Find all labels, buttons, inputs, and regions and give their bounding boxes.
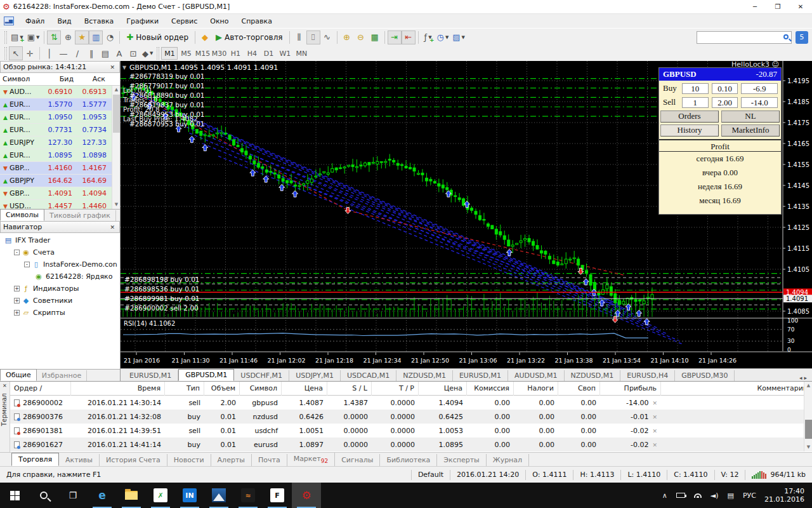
navigator-tab[interactable]: Общие: [0, 369, 37, 381]
new-chart-icon[interactable]: ▤+▼: [9, 30, 25, 44]
menu-4[interactable]: Сервис: [165, 15, 204, 27]
templates-icon[interactable]: ▨▼: [450, 30, 467, 44]
tree-expand-icon[interactable]: +: [14, 298, 20, 304]
taskbar-search-icon[interactable]: [29, 483, 58, 508]
file-explorer-icon[interactable]: [117, 483, 146, 508]
chart-shift-icon[interactable]: ⇤: [402, 30, 416, 44]
market-watch-tab-active[interactable]: Символы: [0, 209, 44, 221]
col-symbol[interactable]: Символ: [0, 73, 42, 85]
timeframe-H1[interactable]: H1: [227, 47, 244, 60]
chart-window[interactable]: RSI(14) 41.10621.41951.41851.41751.41651…: [121, 61, 812, 368]
cursor-icon[interactable]: ↖: [9, 46, 23, 60]
hand-icon[interactable]: ◆: [198, 30, 212, 44]
vertical-line-icon[interactable]: │: [43, 46, 56, 60]
chart-tab-10[interactable]: GBPUSD,M30: [675, 370, 735, 381]
terminal-col-9[interactable]: Комиссия: [467, 382, 514, 396]
market-watch-row[interactable]: ▲EUR... 1.5770 1.5777: [0, 98, 120, 111]
chart-tab-0[interactable]: EURUSD,M1: [123, 370, 178, 381]
close-order-icon[interactable]: ✕: [652, 400, 657, 406]
timeframe-M30[interactable]: M30: [211, 47, 227, 60]
navigator-icon[interactable]: ▥: [89, 30, 103, 44]
menu-2[interactable]: Вставка: [78, 15, 121, 27]
tile-windows-icon[interactable]: ▦: [368, 30, 382, 44]
terminal-col-5[interactable]: Цена: [282, 382, 327, 396]
terminal-col-1[interactable]: Время: [71, 382, 165, 396]
tree-item[interactable]: ▤ IFX Trader: [0, 234, 120, 246]
terminal-col-4[interactable]: Символ: [240, 382, 282, 396]
market-watch-row[interactable]: ▼GBP... 1.4160 1.4167: [0, 162, 120, 175]
chart-tab-9[interactable]: EURUSD,H4: [620, 370, 675, 381]
language-indicator[interactable]: РУС: [743, 491, 756, 500]
tree-expand-icon[interactable]: +: [14, 310, 20, 316]
market-watch-row[interactable]: ▲EURJPY 127.30 127.33: [0, 137, 120, 149]
menu-5[interactable]: Окно: [204, 15, 235, 27]
metatrader-icon[interactable]: ⚙: [292, 483, 321, 508]
crosshair-icon[interactable]: ✛: [23, 46, 37, 60]
chart-tab-1[interactable]: GBPUSD,M1: [178, 369, 234, 381]
chart-tab-3[interactable]: USDJPY,M1: [289, 370, 341, 381]
market-watch-row[interactable]: ▲EUR... 0.7731 0.7734: [0, 124, 120, 137]
wifi-icon[interactable]: [694, 493, 702, 498]
terminal-col-0[interactable]: Ордер ∕: [10, 382, 71, 396]
chart-app-icon[interactable]: [204, 483, 233, 508]
close-order-icon[interactable]: ✕: [652, 442, 657, 448]
ea-history-button[interactable]: History: [660, 124, 719, 137]
market-watch-row[interactable]: ▼USD... 1.4457 1.4460: [0, 200, 120, 209]
minimize-button[interactable]: ─: [743, 0, 766, 13]
chat-badge-button[interactable]: 5: [796, 31, 808, 44]
market-watch-icon[interactable]: ⇅: [47, 30, 61, 44]
close-button[interactable]: ✕: [789, 0, 812, 13]
text-icon[interactable]: A: [112, 46, 126, 60]
line-chart-icon[interactable]: ∿: [320, 30, 334, 44]
speaker-icon[interactable]: ◄): [710, 491, 719, 500]
battery-icon[interactable]: [676, 493, 685, 498]
tree-expand-icon[interactable]: -: [24, 262, 30, 267]
terminal-tab[interactable]: Сигналы: [335, 454, 380, 466]
linkedin-icon[interactable]: IN: [175, 483, 204, 508]
terminal-col-8[interactable]: Цена: [419, 382, 467, 396]
auto-scroll-icon[interactable]: ⇥: [388, 30, 402, 44]
terminal-col-13[interactable]: Комментарий: [661, 382, 812, 396]
zoom-in-icon[interactable]: ⊕: [340, 30, 354, 44]
market-watch-row[interactable]: ▼GBP... 1.4091 1.4094: [0, 187, 120, 200]
action-center-icon[interactable]: ▤: [728, 491, 734, 500]
wave-app-icon[interactable]: ≈: [233, 483, 263, 508]
taskbar-clock[interactable]: 17:4021.01.2016: [764, 487, 804, 504]
order-row[interactable]: 286900002 2016.01.21 14:30:14sell2.00gbp…: [10, 396, 812, 410]
tray-chevron-icon[interactable]: ∧: [662, 491, 667, 500]
terminal-col-11[interactable]: Своп: [558, 382, 600, 396]
menu-0[interactable]: Файл: [19, 15, 51, 27]
terminal-tab[interactable]: Почта: [252, 454, 287, 466]
task-view-icon[interactable]: ❐: [58, 483, 88, 508]
terminal-scrollbar[interactable]: ▲▼: [804, 382, 812, 451]
tree-expand-icon[interactable]: -: [14, 250, 20, 255]
tree-item[interactable]: ◉ 62164228: Ярдяко: [0, 271, 120, 283]
chart-tab-6[interactable]: EURUSD,M1: [453, 370, 508, 381]
tree-expand-icon[interactable]: +: [14, 286, 20, 291]
shapes-icon[interactable]: ◆▼: [140, 46, 155, 60]
chart-tab-2[interactable]: USDCHF,M1: [234, 370, 289, 381]
market-watch-row[interactable]: ▲EUR... 1.0895 1.0898: [0, 149, 120, 162]
tree-item[interactable]: + ƒ Индикаторы: [0, 283, 120, 295]
col-bid[interactable]: Бид: [42, 73, 76, 85]
favorites-icon[interactable]: ★: [75, 30, 89, 44]
indicators-icon[interactable]: ƒ+▼: [421, 30, 435, 44]
search-input[interactable]: [697, 31, 792, 44]
timeframe-D1[interactable]: D1: [260, 47, 277, 60]
terminal-col-10[interactable]: Налоги: [514, 382, 558, 396]
terminal-close-icon[interactable]: ✕: [3, 383, 7, 389]
office-app-icon[interactable]: ✗: [146, 483, 175, 508]
order-row[interactable]: 286900376 2016.01.21 14:32:08buy0.01nzdu…: [10, 410, 812, 424]
chart-tab-scroll-arrows[interactable]: ◂ ▸: [794, 375, 812, 381]
menu-1[interactable]: Вид: [51, 15, 77, 27]
terminal-tab[interactable]: Маркет92: [287, 453, 336, 466]
navigator-close-icon[interactable]: ✕: [108, 224, 117, 231]
terminal-tab[interactable]: Алерты: [211, 454, 252, 466]
market-watch-row[interactable]: ▲EUR... 1.0950 1.0953: [0, 111, 120, 124]
candlestick-icon[interactable]: ⌷: [306, 30, 320, 44]
channel-icon[interactable]: ∥: [84, 46, 98, 60]
terminal-col-6[interactable]: S / L: [327, 382, 372, 396]
ea-orders-button[interactable]: Orders: [660, 110, 719, 123]
bar-chart-icon[interactable]: ⫼: [292, 30, 306, 44]
market-watch-close-icon[interactable]: ✕: [108, 64, 117, 70]
